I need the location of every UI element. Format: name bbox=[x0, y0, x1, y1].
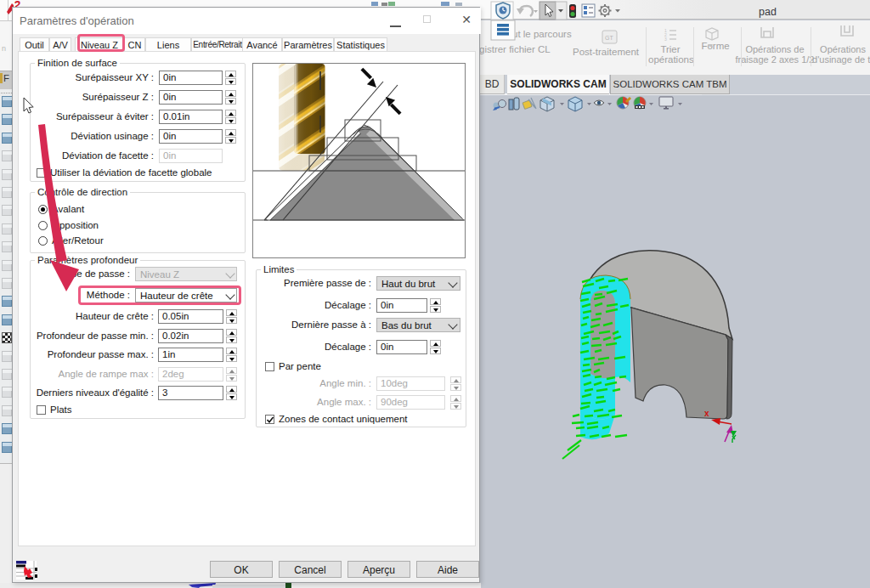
svg-text:x: x bbox=[704, 409, 709, 418]
svg-text:GT: GT bbox=[605, 35, 613, 41]
svg-text:3: 3 bbox=[664, 37, 667, 42]
